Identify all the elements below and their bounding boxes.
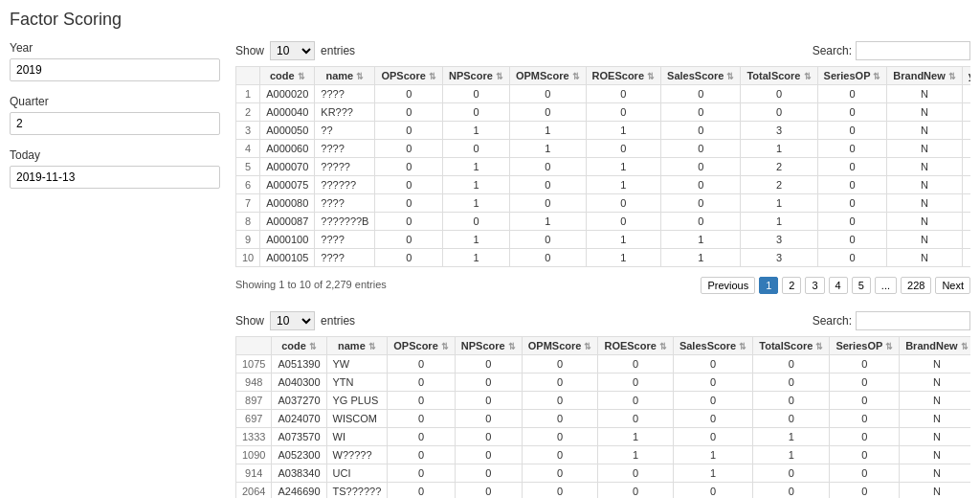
col-header-0 [236,337,272,355]
col-header-2[interactable]: name ⇅ [326,337,388,355]
cell-4-8: 2 [741,158,817,176]
col-header-8[interactable]: TotalScore ⇅ [753,337,830,355]
cell-2-8: 0 [753,392,830,410]
cell-6-7: 0 [661,194,741,213]
today-label: Today [10,148,220,162]
cell-5-0: 6 [236,176,260,194]
prev-button[interactable]: Previous [701,277,755,294]
cell-3-9: 0 [817,140,887,158]
cell-2-6: 0 [598,392,673,410]
cell-7-1: A000087 [260,213,315,231]
sort-icon: ⇅ [961,342,969,351]
cell-2-3: 0 [375,122,443,140]
cell-5-11: 2019 [962,176,970,194]
cell-9-4: 1 [443,249,510,267]
col-header-10[interactable]: BrandNew ⇅ [887,67,962,85]
cell-4-9: 0 [830,428,900,446]
table-row: 8A000087???????B0010010N20192 [236,213,971,231]
page-button-2[interactable]: 2 [782,277,801,294]
col-header-9[interactable]: SeriesOP ⇅ [830,337,900,355]
col-header-0 [236,67,260,85]
year-input[interactable] [10,58,220,81]
today-input[interactable] [10,166,220,189]
table2-show-select[interactable]: 102550100 [270,311,315,330]
col-header-5[interactable]: OPMScore ⇅ [522,337,598,355]
col-header-9[interactable]: SeriesOP ⇅ [817,67,887,85]
cell-9-7: 1 [661,249,741,267]
table-row: 697A024070WISCOM0000000N20192 [236,410,971,428]
cell-3-2: WISCOM [326,410,388,428]
cell-1-7: 0 [661,103,741,122]
table2-show-label: Show [235,314,264,328]
col-header-8[interactable]: TotalScore ⇅ [741,67,817,85]
col-header-5[interactable]: OPMScore ⇅ [509,67,586,85]
quarter-input[interactable] [10,112,220,135]
table2-container: Show 102550100 entries Search: code ⇅nam… [235,311,970,498]
cell-9-6: 1 [586,249,660,267]
sort-icon: ⇅ [873,72,880,81]
cell-6-3: 0 [375,194,443,213]
page-button-5[interactable]: 5 [852,277,871,294]
cell-8-11: 2019 [962,231,970,249]
cell-7-2: ???????B [315,213,375,231]
cell-4-9: 0 [817,158,887,176]
col-header-3[interactable]: OPScore ⇅ [375,67,443,85]
col-header-11[interactable]: year ⇅ [962,67,970,85]
cell-6-5: 0 [522,464,598,483]
cell-2-9: 0 [830,392,900,410]
cell-6-1: A038340 [272,464,326,483]
sort-icon: ⇅ [584,342,591,351]
cell-6-5: 0 [509,194,586,213]
cell-7-4: 0 [443,213,510,231]
col-header-7[interactable]: SalesScore ⇅ [661,67,741,85]
table2-search-label: Search: [813,314,852,328]
table1-header-row: code ⇅name ⇅OPScore ⇅NPScore ⇅OPMScore ⇅… [236,67,971,85]
table1-show-select[interactable]: 102550100 [270,41,315,60]
cell-3-7: 0 [673,410,752,428]
cell-6-2: ???? [315,194,375,213]
cell-5-3: 0 [375,176,443,194]
cell-1-1: A040300 [272,374,326,392]
cell-3-7: 0 [661,140,741,158]
table2-search-input[interactable] [856,311,970,330]
col-header-10[interactable]: BrandNew ⇅ [900,337,970,355]
col-header-3[interactable]: OPScore ⇅ [388,337,456,355]
cell-9-8: 3 [741,249,817,267]
cell-6-6: 0 [598,464,673,483]
cell-7-10: N [887,213,962,231]
cell-7-3: 0 [375,213,443,231]
cell-7-5: 0 [522,483,598,499]
cell-6-1: A000080 [260,194,315,213]
page-button-3[interactable]: 3 [805,277,824,294]
col-header-1[interactable]: code ⇅ [260,67,315,85]
table1-search-input[interactable] [856,41,970,60]
cell-1-9: 0 [817,103,887,122]
col-header-2[interactable]: name ⇅ [315,67,375,85]
cell-0-1: A000020 [260,85,315,103]
page-button-228[interactable]: 228 [901,277,931,294]
cell-1-4: 0 [455,374,522,392]
table2: code ⇅name ⇅OPScore ⇅NPScore ⇅OPMScore ⇅… [235,336,970,498]
cell-7-11: 2019 [962,213,970,231]
sort-icon: ⇅ [356,72,364,81]
table-row: 1A000020????0000000N20192 [236,85,971,103]
col-header-6[interactable]: ROEScore ⇅ [598,337,673,355]
cell-4-6: 1 [586,158,660,176]
cell-3-3: 0 [375,140,443,158]
col-header-7[interactable]: SalesScore ⇅ [673,337,752,355]
col-header-1[interactable]: code ⇅ [272,337,326,355]
col-header-4[interactable]: NPScore ⇅ [443,67,510,85]
cell-4-7: 0 [661,158,741,176]
cell-0-0: 1 [236,85,260,103]
cell-4-2: ????? [315,158,375,176]
table2-controls: Show 102550100 entries Search: [235,311,970,330]
cell-2-1: A037270 [272,392,326,410]
cell-4-10: N [900,428,970,446]
page-button-...[interactable]: ... [875,277,897,294]
page-button-4[interactable]: 4 [829,277,848,294]
next-button[interactable]: Next [935,277,970,294]
col-header-4[interactable]: NPScore ⇅ [455,337,522,355]
cell-5-5: 0 [509,176,586,194]
page-button-1[interactable]: 1 [759,277,778,294]
col-header-6[interactable]: ROEScore ⇅ [586,67,660,85]
